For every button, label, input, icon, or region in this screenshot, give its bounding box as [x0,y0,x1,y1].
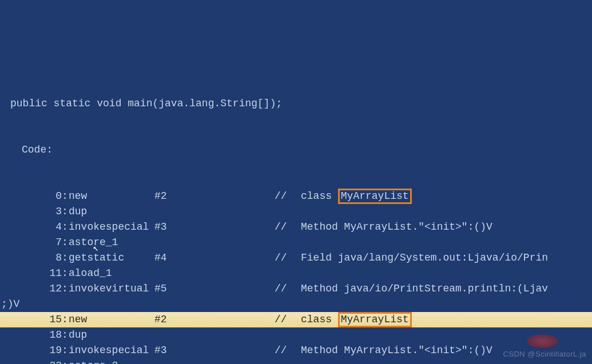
bytecode-line: 11:aload_1 [0,266,592,281]
instruction-arg: #2 [154,312,275,327]
offset-colon: : [62,204,69,219]
bytecode-line-highlighted: 15:new#2//class MyArrayList [0,312,592,327]
bytecode-offset: 11 [30,266,62,281]
line-prefix: ;)V [0,297,30,312]
instruction: invokevirtual [69,281,154,297]
bytecode-line: 4:invokespecial#3//Method MyArrayList."<… [0,219,592,235]
bytecode-offset: 7 [30,235,62,250]
offset-colon: : [62,312,69,327]
comment-separator: // [275,189,301,204]
comment: Method MyArrayList."<init>":()V [301,219,592,235]
code-section-label: Code: [0,142,592,158]
bytecode-offset: 18 [30,327,62,343]
comment: class MyArrayList [301,189,592,204]
comment-text: class [301,314,338,325]
comment-separator: // [275,219,301,235]
instruction-arg: #5 [154,281,275,297]
bytecode-dump: public static void main(java.lang.String… [0,62,592,364]
bytecode-offset: 4 [30,219,62,235]
instruction: invokespecial [69,343,154,358]
csdn-watermark: CSDN @ScintillatorL.ja [503,349,586,360]
bytecode-line: 3:dup [0,204,592,219]
offset-colon: : [62,235,69,250]
bytecode-offset: 8 [30,250,62,266]
comment: Method java/io/PrintStream.println:(Ljav [301,281,592,297]
instruction-arg: #4 [154,250,275,266]
instruction-arg: #3 [154,343,275,358]
bytecode-lines: 0:new#2//class MyArrayList3:dup4:invokes… [0,189,592,364]
bytecode-line: 12:invokevirtual#5//Method java/io/Print… [0,281,592,297]
offset-colon: : [62,250,69,266]
bytecode-offset: 19 [30,343,62,358]
instruction: new [69,189,154,204]
bytecode-offset: 22 [30,358,62,364]
highlighted-classname: MyArrayList [338,189,412,204]
bytecode-offset: 0 [30,189,62,204]
bytecode-offset: 12 [30,281,62,297]
bytecode-line: 0:new#2//class MyArrayList [0,189,592,204]
instruction: invokespecial [69,219,154,235]
instruction: aload_1 [69,266,154,281]
comment-separator: // [275,343,301,358]
bytecode-offset: 3 [30,204,62,219]
code-label-text: Code: [22,142,53,158]
bytecode-offset: 15 [30,312,62,327]
offset-colon: : [62,219,69,235]
bytecode-line: 18:dup [0,327,592,343]
signature-text: public static void main(java.lang.String… [10,96,282,111]
instruction: getstatic [69,250,154,266]
comment-separator: // [275,281,301,297]
instruction: astore_1 [69,235,154,250]
instruction: dup [69,204,154,219]
offset-colon: : [62,358,69,364]
instruction: dup [69,327,154,343]
offset-colon: : [62,343,69,358]
instruction-arg: #3 [154,219,275,235]
comment: class MyArrayList [301,312,592,327]
offset-colon: : [62,189,69,204]
bytecode-line: 7:astore_1 [0,235,592,250]
instruction: astore_2 [69,358,154,364]
offset-colon: : [62,327,69,343]
comment-separator: // [275,312,301,327]
php-logo-icon [527,334,558,348]
bytecode-line: ;)V [0,297,592,312]
comment-separator: // [275,250,301,266]
offset-colon: : [62,281,69,297]
comment-text: class [301,190,338,202]
instruction: new [69,312,154,327]
bytecode-line: 8:getstatic#4//Field java/lang/System.ou… [0,250,592,266]
offset-colon: : [62,266,69,281]
method-signature: public static void main(java.lang.String… [0,96,592,111]
instruction-arg: #2 [154,189,275,204]
comment: Field java/lang/System.out:Ljava/io/Prin [301,250,592,266]
highlighted-classname: MyArrayList [338,312,412,327]
